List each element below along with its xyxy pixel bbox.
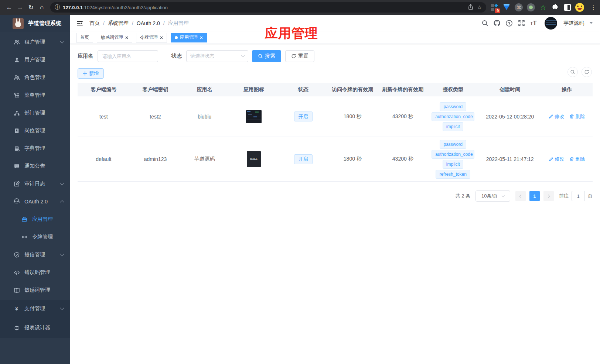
username[interactable]: 芋道源码 [563, 20, 584, 27]
grant-type-tag: password [440, 102, 466, 111]
col-refresh-validity: 刷新令牌的有效期 [378, 86, 427, 93]
reset-button[interactable]: 重置 [285, 50, 314, 62]
logo-rabbit-icon [13, 18, 24, 29]
sidebar-item-role[interactable]: 角色管理 [0, 69, 70, 86]
sidebar-item-menu[interactable]: 菜单管理 [0, 86, 70, 104]
delete-link[interactable]: 删除 [569, 113, 585, 120]
col-app-icon: 应用图标 [228, 86, 279, 93]
breadcrumb-oauth[interactable]: OAuth 2.0 [137, 20, 160, 26]
col-created-at: 创建时间 [479, 86, 541, 93]
command-extension-icon[interactable]: ⌘ [514, 3, 523, 12]
sidebar-item-label: 部门管理 [24, 110, 65, 116]
browser-menu-icon[interactable]: ⋮ [590, 4, 596, 11]
page-number-current[interactable]: 1 [529, 191, 540, 201]
sidebar-item-dept[interactable]: 部门管理 [0, 104, 70, 122]
page: ← → ↻ ⌂ ⓘ 127.0.0.1:1024/system/oauth2/o… [0, 0, 600, 364]
sidebar-item-notice[interactable]: 通知公告 [0, 157, 70, 175]
share-icon[interactable] [468, 4, 473, 11]
extensions-area: 9 ⌘ ☆ ⋮ [490, 3, 596, 12]
sidebar-item-tenant[interactable]: 租户管理 [0, 33, 70, 51]
sidebar-item-oauth[interactable]: OAuth 2.0 [0, 193, 70, 210]
tab-label: 首页 [80, 34, 89, 41]
sidebar-item-oauth-application[interactable]: 应用管理 [0, 210, 70, 228]
sidebar-item-errcode[interactable]: 错误码管理 [0, 264, 70, 281]
sidebar-item-pay[interactable]: ¥ 支付管理 [0, 300, 70, 317]
bookmark-star-icon[interactable]: ☆ [477, 4, 482, 10]
site-info-icon[interactable]: ⓘ [55, 4, 60, 11]
grant-type-tag: implicit [443, 160, 464, 169]
table-refresh-icon[interactable] [582, 67, 592, 77]
breadcrumb-separator: / [163, 20, 165, 26]
goto-page-input[interactable] [572, 191, 585, 201]
users-icon [13, 39, 20, 45]
edit-link[interactable]: 修改 [549, 156, 564, 162]
page-size-select[interactable]: 10条/页 [475, 190, 510, 202]
cell-created-at: 2022-05-11 21:47:12 [479, 156, 541, 162]
grid-extension-icon[interactable]: 9 [490, 3, 499, 12]
breadcrumb-system[interactable]: 系统管理 [108, 20, 129, 27]
sidebar-item-dict[interactable]: 字典管理 [0, 140, 70, 157]
puzzle-extensions-icon[interactable] [551, 3, 560, 12]
star-extension-icon[interactable]: ☆ [539, 3, 548, 12]
menu-tree-icon [13, 92, 20, 99]
extension-badge: 9 [495, 8, 500, 13]
tab-home[interactable]: 首页 [76, 33, 93, 42]
chevron-down-icon [60, 39, 64, 43]
reload-icon[interactable]: ↻ [25, 1, 37, 13]
tab-sensitive-word[interactable]: 敏感词管理 [97, 33, 132, 42]
status-select[interactable]: 请选择状态 [186, 50, 248, 62]
sidebar-item-oauth-token[interactable]: 令牌管理 [0, 228, 70, 246]
recorder-extension-icon[interactable] [526, 3, 535, 12]
tab-close-icon[interactable] [125, 35, 128, 40]
sidebar-item-sms[interactable]: 短信管理 [0, 246, 70, 264]
tab-close-icon[interactable] [160, 35, 163, 40]
table-row: default admin123 芋道源码 GitHub 开启 1800 秒 4… [78, 137, 593, 182]
table-search-toggle-icon[interactable] [567, 67, 578, 77]
delete-link[interactable]: 删除 [569, 156, 585, 162]
app-logo[interactable]: 芋道管理系统 [0, 15, 70, 32]
home-icon[interactable]: ⌂ [37, 1, 48, 13]
user-icon [13, 56, 20, 63]
github-icon[interactable] [493, 19, 501, 27]
add-button[interactable]: 新增 [78, 68, 104, 79]
split-screen-icon[interactable] [563, 3, 572, 12]
tab-close-icon[interactable] [200, 35, 203, 40]
help-icon[interactable] [505, 19, 513, 27]
sidebar-item-post[interactable]: 岗位管理 [0, 122, 70, 140]
badge-icon [13, 127, 20, 134]
active-tab-dot [175, 36, 178, 39]
back-icon[interactable]: ← [4, 1, 15, 13]
users-icon [13, 74, 20, 81]
cell-client-secret: test2 [130, 114, 181, 120]
breadcrumb-home[interactable]: 首页 [89, 20, 100, 27]
chevron-down-icon [60, 306, 64, 310]
tab-token[interactable]: 令牌管理 [136, 33, 167, 42]
col-grant-types: 授权类型 [427, 86, 478, 93]
profile-avatar-icon[interactable] [575, 3, 584, 12]
cell-actions: 修改 删除 [541, 113, 593, 120]
font-size-icon[interactable]: TT [529, 19, 538, 27]
tab-application[interactable]: 应用管理 [171, 33, 207, 42]
edit-link[interactable]: 修改 [549, 113, 564, 120]
fullscreen-icon[interactable] [517, 19, 525, 27]
prev-page-button[interactable] [515, 191, 526, 201]
sidebar-item-user[interactable]: 用户管理 [0, 51, 70, 69]
sidebar-item-sensitive-word[interactable]: 敏感词管理 [0, 281, 70, 299]
search-icon[interactable] [481, 19, 489, 27]
sidebar-collapse-icon[interactable] [76, 20, 83, 27]
search-button[interactable]: 搜索 [252, 50, 281, 62]
chevron-down-icon [60, 181, 64, 185]
tab-label: 令牌管理 [140, 34, 158, 41]
sidebar-item-report[interactable]: 报表设计器 [0, 317, 70, 338]
next-page-button[interactable] [543, 191, 554, 201]
app-name-input[interactable] [98, 50, 158, 62]
sidebar-item-label: 字典管理 [24, 145, 65, 152]
sidebar-item-audit-log[interactable]: 审计日志 [0, 175, 70, 193]
address-bar[interactable]: ⓘ 127.0.0.1:1024/system/oauth2/oauth2/ap… [50, 2, 486, 13]
forward-icon[interactable]: → [15, 1, 26, 13]
shield-check-icon [13, 251, 20, 258]
status-select-placeholder: 请选择状态 [190, 53, 214, 59]
gem-extension-icon[interactable] [502, 3, 511, 12]
user-menu-caret-icon[interactable] [590, 22, 593, 24]
user-avatar[interactable] [545, 17, 557, 30]
